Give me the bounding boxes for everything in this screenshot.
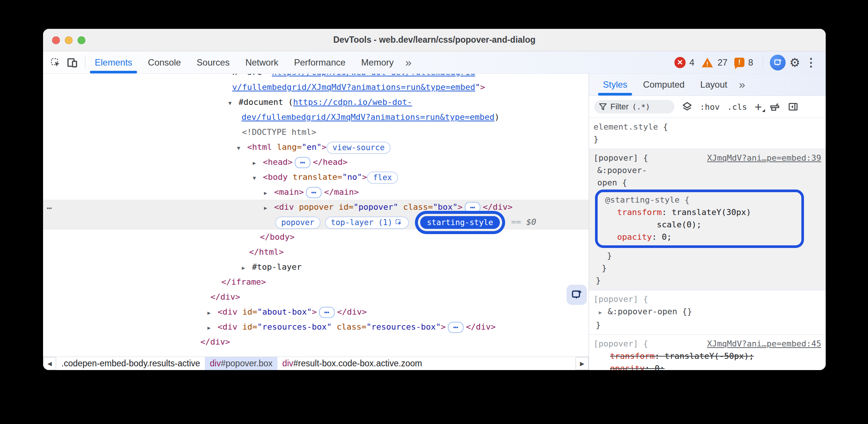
new-style-rule-button[interactable]: + bbox=[755, 103, 762, 110]
zoom-window-button[interactable] bbox=[78, 36, 85, 44]
dom-tree-row[interactable]: </div> bbox=[43, 334, 589, 349]
error-count[interactable]: 4 bbox=[689, 57, 694, 68]
kebab-menu-icon[interactable]: ⋮ bbox=[804, 56, 818, 69]
breadcrumb-item[interactable]: div#result-box.code-box.active.zoom bbox=[277, 357, 427, 370]
more-tabs-button[interactable]: » bbox=[401, 51, 415, 73]
css-rule-line[interactable]: } bbox=[594, 274, 822, 287]
expand-arrow-closed-icon[interactable]: ▶ bbox=[253, 155, 263, 170]
expand-arrow-open-icon[interactable]: ▼ bbox=[237, 140, 247, 155]
css-rule-line[interactable]: open { bbox=[594, 176, 822, 189]
adorner-badge-starting-style-active[interactable]: starting-style bbox=[420, 216, 500, 229]
css-rule-line[interactable]: } bbox=[594, 249, 822, 262]
tab-sources[interactable]: Sources bbox=[189, 51, 237, 73]
dom-tree-row[interactable]: </html> bbox=[43, 245, 589, 260]
minimize-window-button[interactable] bbox=[65, 36, 73, 44]
adorner-badge-flex[interactable]: flex bbox=[367, 172, 398, 184]
dom-tree-row[interactable]: ▶<div id="resources-box" class="resource… bbox=[43, 319, 589, 334]
dom-tree-row[interactable]: <!DOCTYPE html> bbox=[43, 125, 589, 140]
style-rule-section[interactable]: [popover] {XJmqMdV?ani…pe=embed:39&:popo… bbox=[589, 149, 826, 290]
dom-tree-row[interactable]: v/fullembedgrid/XJmqMdV?animations=run&t… bbox=[43, 80, 589, 95]
tab-styles[interactable]: Styles bbox=[595, 74, 635, 96]
regex-toggle[interactable]: (.*) bbox=[632, 102, 650, 111]
dom-tree-row[interactable]: popovertop-layer (1)starting-style==$0 bbox=[43, 215, 589, 230]
dom-tree-row[interactable]: </div> bbox=[43, 290, 589, 305]
dom-tree-row[interactable]: </iframe> bbox=[43, 275, 589, 290]
css-rule-line[interactable]: &:popover- bbox=[594, 164, 822, 176]
css-rule-line[interactable]: } bbox=[594, 133, 822, 145]
css-rule-line[interactable]: transform: translateY(30px) bbox=[601, 206, 799, 218]
css-rule-line[interactable]: element.style { bbox=[594, 121, 822, 133]
expand-arrow-closed-icon[interactable]: ▶ bbox=[599, 306, 608, 319]
expand-arrow-closed-icon[interactable]: ▶ bbox=[242, 260, 252, 275]
dom-tree-row[interactable]: ▼#document (https://cdpn.io/web-dot- bbox=[43, 95, 589, 110]
warning-icon[interactable]: ! bbox=[701, 57, 714, 69]
style-rule-section[interactable]: element.style {} bbox=[589, 118, 826, 149]
dom-tree-row[interactable]: ▼<html lang="en">view-source bbox=[43, 140, 589, 155]
css-rule-line[interactable]: [popover] { bbox=[594, 293, 822, 305]
expand-arrow-closed-icon[interactable]: ▶ bbox=[207, 305, 218, 320]
collapsed-content-ellipsis-button[interactable]: … bbox=[465, 202, 480, 213]
css-rule-line[interactable]: opacity: 0; bbox=[601, 231, 799, 243]
collapsed-content-ellipsis-button[interactable]: … bbox=[306, 187, 322, 198]
warning-count[interactable]: 27 bbox=[717, 57, 728, 68]
expand-arrow-closed-icon[interactable]: ▶ bbox=[264, 200, 274, 215]
rendering-brush-icon[interactable] bbox=[770, 102, 780, 112]
expand-arrow-open-icon[interactable]: ▼ bbox=[253, 170, 263, 185]
tab-computed[interactable]: Computed bbox=[635, 74, 692, 96]
collapsed-content-ellipsis-button[interactable]: … bbox=[295, 157, 310, 168]
element-classes-button[interactable]: .cls bbox=[727, 102, 747, 112]
dom-tree-row[interactable]: ▶#top-layer bbox=[43, 260, 589, 275]
tab-performance[interactable]: Performance bbox=[286, 51, 353, 73]
dom-tree-row[interactable]: ▼<body translate="no">flex bbox=[43, 170, 589, 185]
stylesheet-source-link[interactable]: XJmqMdV?ani…pe=embed:45 bbox=[707, 337, 821, 350]
dom-tree-row[interactable]: </body> bbox=[43, 230, 589, 245]
dom-tree-row[interactable]: ▶<head>…</head> bbox=[43, 155, 589, 170]
expand-arrow-closed-icon[interactable]: ▶ bbox=[264, 185, 274, 200]
close-window-button[interactable] bbox=[52, 36, 60, 44]
expand-arrow-open-icon[interactable]: ▼ bbox=[228, 96, 239, 110]
css-rule-line[interactable]: } bbox=[594, 262, 822, 274]
css-rule-line[interactable]: [popover] {XJmqMdV?ani…pe=embed:45 bbox=[594, 337, 822, 350]
more-sidebar-tabs-button[interactable]: » bbox=[735, 74, 748, 96]
breadcrumb-scroll-left-button[interactable]: ◀ bbox=[43, 357, 56, 370]
issues-icon[interactable]: ! bbox=[734, 58, 744, 67]
tab-memory[interactable]: Memory bbox=[353, 51, 402, 73]
css-rule-line[interactable]: [popover] {XJmqMdV?ani…pe=embed:39 bbox=[594, 152, 822, 164]
stylesheet-source-link[interactable]: XJmqMdV?ani…pe=embed:39 bbox=[707, 152, 821, 164]
css-rule-line[interactable]: } bbox=[594, 319, 822, 331]
style-rule-section[interactable]: [popover] {XJmqMdV?ani…pe=embed:45transf… bbox=[589, 335, 826, 370]
dom-tree-row[interactable]: ▶<main>…</main> bbox=[43, 185, 589, 200]
cascade-layers-icon[interactable] bbox=[682, 102, 692, 112]
adorner-badge-top-layer[interactable]: top-layer (1) bbox=[325, 216, 409, 229]
settings-gear-icon[interactable]: ⚙ bbox=[789, 57, 800, 69]
tab-elements[interactable]: Elements bbox=[87, 51, 140, 73]
css-rule-line[interactable]: ▶&:popover-open {} bbox=[594, 305, 822, 319]
tab-console[interactable]: Console bbox=[140, 51, 189, 73]
inspect-element-icon[interactable] bbox=[50, 57, 61, 68]
adorner-badge-view-source[interactable]: view-source bbox=[327, 142, 391, 154]
styles-filter-input[interactable]: Filter (.*) bbox=[594, 100, 674, 113]
row-options-dots[interactable]: … bbox=[47, 199, 52, 214]
toggle-sidebar-icon[interactable] bbox=[787, 102, 799, 112]
expand-arrow-closed-icon[interactable]: ▶ bbox=[207, 320, 218, 335]
breadcrumb-scroll-right-button[interactable]: ▶ bbox=[576, 357, 589, 370]
css-rule-line[interactable]: @starting-style { bbox=[601, 194, 799, 206]
device-toolbar-icon[interactable] bbox=[66, 57, 78, 69]
error-count-icon[interactable]: ✕ bbox=[674, 57, 686, 68]
breadcrumb-item-selected[interactable]: div#popover.box bbox=[205, 357, 277, 370]
collapsed-content-ellipsis-button[interactable]: … bbox=[448, 322, 464, 333]
toggle-element-state-button[interactable]: :hov bbox=[700, 102, 720, 112]
tab-network[interactable]: Network bbox=[237, 51, 286, 73]
dom-tree-row[interactable]: dev/fullembedgrid/XJmqMdV?animations=run… bbox=[43, 110, 589, 125]
css-rule-line[interactable]: transform: translateY(-50px); bbox=[594, 350, 822, 362]
css-rule-line[interactable]: opacity: 0; bbox=[594, 362, 822, 370]
style-rule-section[interactable]: [popover] {▶&:popover-open {}} bbox=[589, 290, 826, 335]
breadcrumb-item[interactable]: .codepen-embed-body.results-active bbox=[57, 357, 205, 370]
adorner-badge-popover[interactable]: popover bbox=[275, 216, 321, 229]
dom-tree-row[interactable]: …▶<div popover id="popover" class="box">… bbox=[43, 200, 589, 215]
tab-layout[interactable]: Layout bbox=[692, 74, 735, 96]
dom-tree-row[interactable]: ▶<div id="about-box">…</div> bbox=[43, 305, 589, 319]
collapsed-content-ellipsis-button[interactable]: … bbox=[319, 307, 335, 318]
issues-count[interactable]: 8 bbox=[748, 57, 753, 68]
dom-tree-row[interactable]: n" src="https://cdpn.io/web-dot-dev/full… bbox=[43, 74, 589, 80]
